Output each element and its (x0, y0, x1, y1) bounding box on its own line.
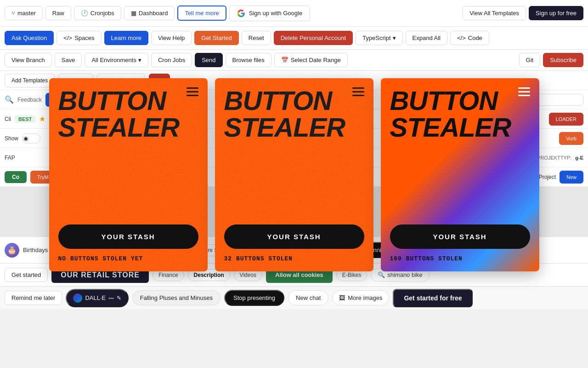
browse-files-button[interactable]: Browse files (226, 53, 271, 67)
overlay-container: BUTTON STEALER YOUR STASH NO BUTTONS STO… (0, 78, 588, 271)
git-button[interactable]: Git (519, 53, 541, 67)
delete-account-button[interactable]: Delete Personal Account (274, 31, 353, 45)
chevron-down-icon: ▾ (393, 34, 396, 41)
master-button[interactable]: ⑂ master (5, 6, 43, 20)
dall-e-button[interactable]: DALL·E ••• ✎ (66, 289, 128, 307)
code-icon: </> (63, 34, 72, 41)
google-icon (237, 9, 245, 17)
get-started-free-button[interactable]: Get started for free (393, 289, 473, 307)
dall-e-icon (73, 293, 82, 303)
code-button[interactable]: </> Code (450, 31, 489, 45)
card-1-title: BUTTON STEALER (58, 87, 187, 141)
branch-icon: ⑂ (11, 10, 15, 17)
stealer-card-3: BUTTON STEALER YOUR STASH 160 BUTTONS ST… (381, 78, 539, 271)
view-branch-button[interactable]: View Branch (5, 53, 52, 67)
calendar-icon: 📅 (281, 57, 288, 63)
reset-button[interactable]: Reset (242, 31, 271, 45)
stop-presenting-button[interactable]: Stop presenting (224, 290, 284, 306)
remind-later-button[interactable]: Remind me later (5, 291, 62, 305)
card-2-count: 32 BUTTONS STOLEN (224, 255, 364, 262)
send-button[interactable]: Send (195, 53, 222, 67)
card-3-count: 160 BUTTONS STOLEN (390, 255, 530, 262)
card-3-menu-icon[interactable] (518, 87, 530, 96)
learn-more-button[interactable]: Learn more (104, 31, 148, 45)
spaces-button[interactable]: </> Spaces (57, 31, 101, 45)
footer-bar: Remind me later DALL·E ••• ✎ Falling Plu… (0, 286, 588, 309)
subscribe-button[interactable]: Subscribe (543, 53, 583, 67)
cron-jobs-button[interactable]: Cron Jobs (151, 53, 192, 67)
cronjobs-button[interactable]: 🕐 Cronjobs (74, 6, 121, 20)
typescript-button[interactable]: TypeScript ▾ (356, 31, 402, 45)
card-2-header: BUTTON STEALER (224, 87, 364, 141)
sign-up-free-button[interactable]: Sign up for free (529, 6, 583, 20)
more-icon: ••• (108, 295, 114, 301)
raw-button[interactable]: Raw (45, 6, 71, 20)
get-started-button[interactable]: Get Started (194, 31, 238, 45)
save-button[interactable]: Save (55, 53, 82, 67)
card-1-header: BUTTON STEALER (58, 87, 198, 141)
card-2-bottom: YOUR STASH 32 BUTTONS STOLEN (224, 224, 364, 262)
topbar-1: ⑂ master Raw 🕐 Cronjobs ▦ Dashboard Tell… (0, 0, 588, 27)
search-icon-3: 🔍 (378, 271, 385, 278)
card-1-bottom: YOUR STASH NO BUTTONS STOLEN YET (58, 224, 198, 262)
ask-question-button[interactable]: Ask Question (5, 31, 54, 45)
view-help-button[interactable]: View Help (151, 31, 192, 45)
card-3-title: BUTTON STEALER (390, 87, 518, 141)
image-icon: 🖼 (339, 294, 345, 301)
topbar-2: Ask Question </> Spaces Learn more View … (0, 27, 588, 50)
all-environments-button[interactable]: All Environments ▾ (85, 53, 148, 67)
view-templates-button[interactable]: View All Templates (463, 6, 526, 20)
tell-me-more-button[interactable]: Tell me more (177, 6, 226, 21)
edit-icon: ✎ (117, 295, 121, 301)
google-signup-button[interactable]: Sign up with Google (229, 6, 310, 21)
topbar-3: View Branch Save All Environments ▾ Cron… (0, 50, 588, 71)
more-images-button[interactable]: 🖼 More images (332, 290, 389, 305)
card-3-stash-button[interactable]: YOUR STASH (390, 224, 530, 249)
falling-button[interactable]: Falling Pluses and Minuses (132, 290, 220, 305)
grid-icon: ▦ (131, 10, 136, 17)
expand-all-button[interactable]: Expand All (406, 31, 447, 45)
chevron-down-icon-2: ▾ (138, 57, 141, 63)
card-1-stash-button[interactable]: YOUR STASH (58, 224, 198, 249)
card-2-stash-button[interactable]: YOUR STASH (224, 224, 364, 249)
card-2-title: BUTTON STEALER (224, 87, 352, 141)
clock-icon: 🕐 (81, 10, 88, 17)
card-1-count: NO BUTTONS STOLEN YET (58, 255, 198, 262)
stealer-card-1: BUTTON STEALER YOUR STASH NO BUTTONS STO… (49, 78, 208, 271)
select-date-button[interactable]: 📅 Select Date Range (274, 53, 348, 67)
card-2-menu-icon[interactable] (352, 87, 364, 96)
card-1-menu-icon[interactable] (187, 87, 198, 96)
code-icon-2: </> (457, 34, 466, 41)
stealer-card-2: BUTTON STEALER YOUR STASH 32 BUTTONS STO… (215, 78, 373, 271)
card-3-bottom: YOUR STASH 160 BUTTONS STOLEN (390, 224, 530, 262)
new-chat-button[interactable]: New chat (288, 290, 328, 305)
dashboard-button[interactable]: ▦ Dashboard (124, 6, 175, 20)
card-3-header: BUTTON STEALER (390, 87, 530, 141)
